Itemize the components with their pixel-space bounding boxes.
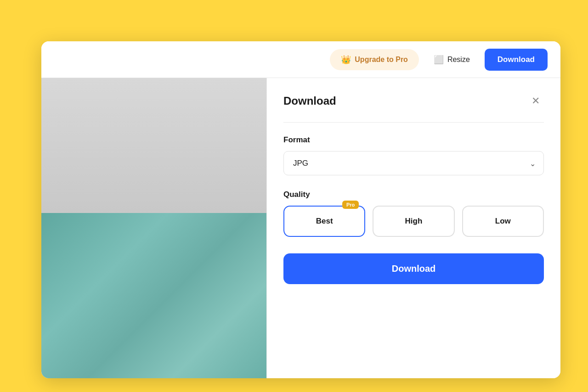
panel-title: Download <box>283 95 336 107</box>
quality-low-label: Low <box>495 217 511 225</box>
crown-icon: 👑 <box>341 55 351 65</box>
download-button[interactable]: Download <box>283 253 544 284</box>
close-icon: ✕ <box>531 95 540 107</box>
resize-button[interactable]: ⬜ Resize <box>426 50 477 69</box>
close-button[interactable]: ✕ <box>527 93 544 109</box>
pro-badge: Pro <box>342 201 359 209</box>
quality-high-label: High <box>405 217 423 225</box>
format-label: Format <box>283 135 544 145</box>
image-bottom-portion <box>41 213 299 378</box>
upgrade-label: Upgrade to Pro <box>355 56 408 64</box>
quality-section: Quality Pro Best High Low <box>283 190 544 237</box>
quality-option-best[interactable]: Pro Best <box>283 206 365 237</box>
quality-option-low[interactable]: Low <box>462 206 544 237</box>
quality-option-high[interactable]: High <box>373 206 454 237</box>
download-header-button[interactable]: Download <box>485 49 548 71</box>
format-select[interactable]: JPG PNG SVG PDF <box>283 151 544 175</box>
resize-label: Resize <box>447 56 470 64</box>
toolbar: 👑 Upgrade to Pro ⬜ Resize Download <box>41 41 560 78</box>
quality-label: Quality <box>283 190 544 199</box>
upgrade-button[interactable]: 👑 Upgrade to Pro <box>330 49 419 70</box>
quality-best-label: Best <box>316 217 333 225</box>
canvas-area: Download ✕ Format JPG PNG SVG PDF ⌄ <box>41 78 560 378</box>
download-panel: Download ✕ Format JPG PNG SVG PDF ⌄ <box>266 78 560 378</box>
resize-icon: ⬜ <box>434 55 444 65</box>
app-container: 👑 Upgrade to Pro ⬜ Resize Download Downl… <box>41 41 560 378</box>
quality-options: Pro Best High Low <box>283 206 544 237</box>
image-preview <box>41 78 299 378</box>
format-select-wrapper: JPG PNG SVG PDF ⌄ <box>283 151 544 175</box>
divider <box>283 122 544 123</box>
format-section: Format JPG PNG SVG PDF ⌄ <box>283 135 544 175</box>
image-top-portion <box>41 78 299 213</box>
panel-header: Download ✕ <box>283 93 544 109</box>
